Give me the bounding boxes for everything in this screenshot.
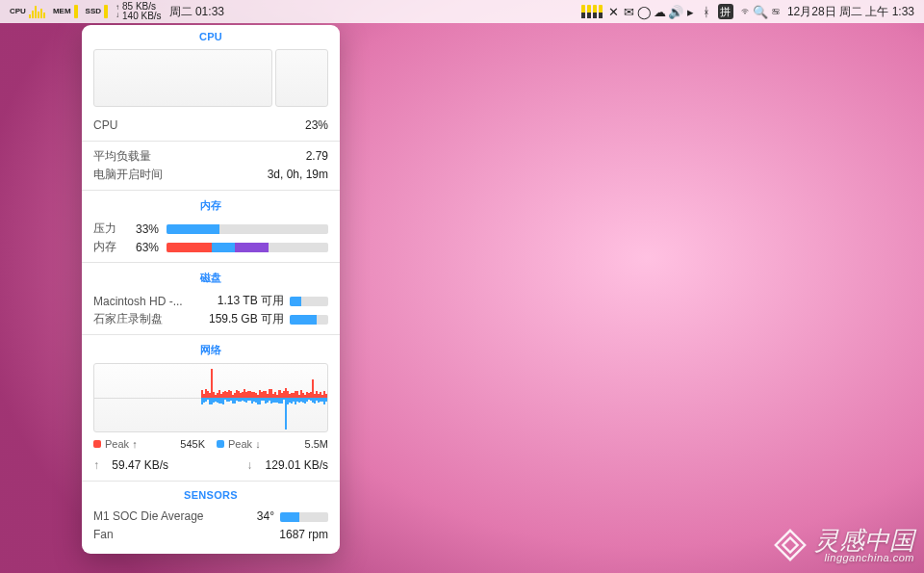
disk-row: 石家庄录制盘159.5 GB 可用	[93, 310, 328, 328]
svg-rect-0	[772, 10, 779, 12]
spotlight-icon[interactable]: 🔍	[753, 0, 768, 23]
peak-dn-icon	[217, 440, 224, 448]
mem-row: 内存 63%	[93, 238, 328, 256]
temp-row: M1 SOC Die Average 34°	[93, 508, 328, 526]
net-section-title: 网络	[82, 337, 340, 360]
menubar: CPU MEM SSD ↑↓ 85 KB/s140 KB/s 周二 01:33 …	[0, 0, 924, 23]
disk-section-title: 磁盘	[82, 265, 340, 288]
pinyin-icon: 拼	[718, 4, 733, 19]
volume-icon[interactable]: 🔊	[668, 0, 683, 23]
svg-rect-1	[772, 13, 779, 14]
battery-bars-icon	[581, 5, 603, 18]
cpu-graph-icon	[29, 5, 45, 18]
cpu-section-title: CPU	[82, 25, 340, 45]
crosshair-icon[interactable]: ✕	[606, 0, 622, 23]
mem-label: MEM	[53, 8, 71, 15]
net-rate-row: ↑ 59.47 KB/s ↓ 129.01 KB/s	[93, 456, 328, 475]
menubar-battery-bars[interactable]	[578, 0, 606, 23]
watermark: 灵感中国 lingganchina.com	[772, 527, 914, 563]
menubar-net[interactable]: ↑↓ 85 KB/s140 KB/s	[112, 0, 166, 23]
mem-bar-icon	[74, 5, 78, 18]
shield-icon[interactable]: ◯	[637, 0, 653, 23]
svg-point-3	[777, 13, 778, 13]
net-rates: 85 KB/s140 KB/s	[122, 2, 162, 21]
cpu-pct-row: CPU 23%	[93, 117, 328, 135]
cloud-icon[interactable]: ☁	[653, 0, 668, 23]
sensors-section-title: SENSORS	[82, 483, 340, 504]
input-method[interactable]: 拼	[714, 0, 737, 23]
bluetooth-icon[interactable]: ᚼ	[699, 0, 714, 23]
menubar-ssd[interactable]: SSD	[82, 0, 112, 23]
load-avg-row: 平均负载量 2.79	[93, 147, 328, 166]
temp-bar	[280, 512, 328, 522]
uptime-row: 电脑开启时间 3d, 0h, 19m	[93, 166, 328, 184]
wifi-icon[interactable]	[737, 0, 753, 23]
svg-point-2	[774, 10, 775, 11]
disk-row: Macintosh HD -...1.13 TB 可用	[93, 292, 328, 310]
ssd-bar-icon	[104, 5, 108, 18]
wechat-icon[interactable]: ✉	[622, 0, 637, 23]
cpu-chart	[93, 49, 328, 107]
pressure-bar	[167, 224, 328, 234]
ssd-label: SSD	[86, 8, 101, 15]
control-center-icon[interactable]	[768, 0, 783, 23]
net-peak-row: Peak ↑ 545K Peak ↓ 5.5M	[82, 436, 340, 453]
mem-section-title: 内存	[82, 193, 340, 216]
net-arrows-icon: ↑↓	[116, 4, 119, 19]
menubar-cpu[interactable]: CPU	[6, 0, 49, 23]
menubar-mem[interactable]: MEM	[49, 0, 82, 23]
istat-dropdown: CPU CPU 23% 平均负载量 2.79 电脑开启时间 3d, 0h, 19…	[82, 25, 340, 554]
cpu-chart-main	[93, 49, 272, 107]
cpu-chart-cores	[275, 49, 328, 107]
clock-left[interactable]: 周二 01:33	[166, 0, 228, 23]
play-icon[interactable]: ▸	[683, 0, 699, 23]
net-chart	[93, 363, 328, 432]
mem-bar	[167, 243, 328, 252]
peak-up-icon	[93, 440, 101, 448]
cpu-label: CPU	[10, 8, 26, 15]
fan-row: Fan 1687 rpm	[93, 526, 328, 544]
pressure-row: 压力 33%	[93, 220, 328, 238]
clock-right[interactable]: 12月28日 周二 上午 1:33	[783, 0, 918, 23]
